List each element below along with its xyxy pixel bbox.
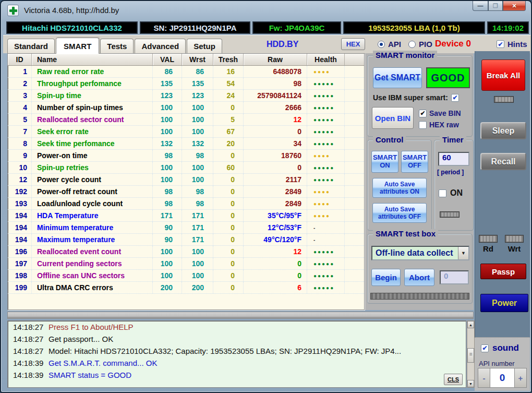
tab-smart[interactable]: SMART: [56, 38, 99, 54]
attr-wrst: 98: [182, 150, 213, 161]
table-row[interactable]: 8Seek time perfomance1321322034●●●●●: [8, 138, 364, 150]
chevron-down-icon[interactable]: ▼: [458, 247, 468, 259]
table-row[interactable]: 9Power-on time9898018760●●●●: [8, 150, 364, 162]
ibm-super-smart-checkbox[interactable]: ✔: [451, 94, 459, 102]
begin-button[interactable]: Begin: [371, 269, 401, 286]
attr-tresh: 0: [213, 174, 244, 185]
table-row[interactable]: 5Reallocated sector count100100512●●●●●: [8, 114, 364, 126]
table-row[interactable]: 199Ultra DMA CRC errors20020006●●●●●: [8, 282, 364, 294]
hex-button[interactable]: HEX: [341, 38, 365, 50]
recall-button[interactable]: Recall: [480, 153, 526, 170]
maximize-icon[interactable]: ❐: [488, 1, 503, 11]
save-bin-checkbox[interactable]: ✔: [419, 110, 427, 117]
attr-health: ●●●●●: [307, 90, 345, 101]
title-bar[interactable]: Victoria 4.68b, http://hdd.by — ❐ ✕: [1, 1, 531, 20]
attr-raw: 12°C/53°F: [244, 222, 307, 233]
log-message: Get S.M.A.R.T. command... OK: [49, 359, 157, 367]
close-icon[interactable]: ✕: [503, 1, 526, 11]
attr-name: Reallocated event count: [32, 246, 153, 257]
attr-id: 194: [8, 210, 32, 221]
smart-off-button[interactable]: SMART OFF: [401, 151, 428, 173]
open-bin-button[interactable]: Open BIN: [372, 107, 414, 129]
attr-name: Power-on time: [32, 150, 153, 161]
table-row[interactable]: 3Spin-up time1231232425790841124●●●●●: [8, 90, 364, 102]
smart-on-button[interactable]: SMART ON: [371, 151, 398, 173]
attr-tresh: 0: [213, 270, 244, 281]
attr-name: Spin-up retries: [32, 162, 153, 173]
api-radio[interactable]: [378, 41, 385, 48]
table-row[interactable]: 1Raw read error rate8686166488078●●●●: [8, 66, 364, 78]
arrow-down-icon[interactable]: ▼: [467, 380, 474, 387]
log-scrollbar[interactable]: ▲ ▼: [467, 320, 475, 388]
tab-setup[interactable]: Setup: [187, 39, 222, 53]
drive-capacity: 1953523055 LBA (1,0 Tb): [343, 21, 485, 34]
attr-raw: 0: [244, 258, 307, 269]
timer-period-input[interactable]: 60: [438, 152, 469, 166]
table-row[interactable]: 194Minimum temperature90171012°C/53°F-: [8, 222, 364, 234]
tab-standard[interactable]: Standard: [7, 39, 55, 53]
attr-id: 8: [8, 138, 32, 149]
abort-button[interactable]: Abort: [404, 269, 434, 286]
attr-health: ●●●●●: [307, 102, 345, 113]
pio-radio-label: PIO: [419, 40, 432, 49]
table-row[interactable]: 196Reallocated event count100100012●●●●●: [8, 246, 364, 258]
timer-on-checkbox[interactable]: [439, 189, 446, 197]
power-button[interactable]: Power: [480, 294, 528, 312]
sleep-button[interactable]: Sleep: [480, 122, 526, 139]
attr-wrst: 100: [182, 270, 213, 281]
attr-tresh: 5: [213, 114, 244, 125]
clear-log-button[interactable]: CLS: [444, 374, 463, 385]
table-row[interactable]: 194HDA Temperature171171035°C/95°F●●●●: [8, 210, 364, 222]
test-select-dropdown[interactable]: Off-line data collect ▼: [371, 246, 469, 260]
hex-raw-checkbox[interactable]: [419, 121, 427, 129]
table-row[interactable]: 197Current pending sectors10010000●●●●●: [8, 258, 364, 270]
attr-wrst: 100: [182, 114, 213, 125]
timer-title: Timer: [440, 135, 466, 144]
attr-raw: 2849: [244, 186, 307, 197]
attr-wrst: 98: [182, 186, 213, 197]
attr-raw: 18760: [244, 150, 307, 161]
control-group: Control SMART ON SMART OFF Auto Save att…: [367, 140, 432, 231]
attr-name: Spin-up time: [32, 90, 153, 101]
table-row[interactable]: 194Maximum temperature90171049°C/120°F-: [8, 234, 364, 246]
table-row[interactable]: 198Offline scan UNC sectors10010000●●●●●: [8, 270, 364, 282]
hints-checkbox[interactable]: ✔: [497, 40, 504, 48]
attr-raw: 12: [244, 114, 307, 125]
table-row[interactable]: 7Seek error rate100100670●●●●●: [8, 126, 364, 138]
test-counter-input[interactable]: 0: [440, 270, 469, 284]
minimize-icon[interactable]: —: [473, 1, 488, 11]
table-row[interactable]: 12Power cycle count10010002117●●●●●: [8, 174, 364, 186]
main-area: IDNameVALWrstTreshRawHealth 1Raw read er…: [7, 53, 474, 310]
ibm-super-smart-label: Use IBM super smart:: [373, 93, 448, 102]
table-row[interactable]: 4Number of spin-up times10010002666●●●●●: [8, 102, 364, 114]
api-number-minus-button[interactable]: -: [478, 368, 490, 388]
table-row[interactable]: 2Throughput perfomance1351355498●●●●●: [8, 78, 364, 90]
api-number-plus-button[interactable]: +: [514, 368, 527, 388]
attr-raw: 2849: [244, 198, 307, 209]
busy-led: [494, 96, 514, 103]
table-row[interactable]: 10Spin-up retries100100600●●●●●: [8, 162, 364, 174]
get-smart-button[interactable]: Get SMART: [373, 67, 422, 88]
pio-radio[interactable]: [408, 41, 416, 48]
info-bar: Hitachi HDS721010CLA332 SN: JP2911HQ29N1…: [6, 21, 529, 34]
attr-health: ●●●●: [307, 198, 345, 209]
table-row[interactable]: 192Power-off retract count989802849●●●●: [8, 186, 364, 198]
timer-led: [440, 211, 460, 218]
attr-name: Throughput perfomance: [32, 78, 153, 89]
break-all-button[interactable]: Break All: [481, 59, 525, 91]
auto-save-off-button[interactable]: Auto Save attributes OFF: [372, 203, 427, 223]
attr-id: 194: [8, 234, 32, 245]
attr-name: Reallocated sector count: [32, 114, 153, 125]
attr-raw: 12: [244, 246, 307, 257]
attr-health: -: [307, 222, 345, 233]
attr-val: 98: [153, 186, 182, 197]
sound-checkbox[interactable]: ✔: [481, 344, 489, 352]
passport-button[interactable]: Passp: [480, 264, 526, 279]
arrow-up-icon[interactable]: ▲: [467, 321, 474, 328]
table-row[interactable]: 193Load/unload cycle count989802849●●●●: [8, 198, 364, 210]
auto-save-on-button[interactable]: Auto Save attributes ON: [372, 178, 427, 198]
log-timestamp: 14:18:27: [8, 323, 49, 331]
scrollbar-thumb[interactable]: [467, 348, 474, 363]
tab-advanced[interactable]: Advanced: [135, 39, 186, 53]
tab-tests[interactable]: Tests: [100, 39, 134, 53]
